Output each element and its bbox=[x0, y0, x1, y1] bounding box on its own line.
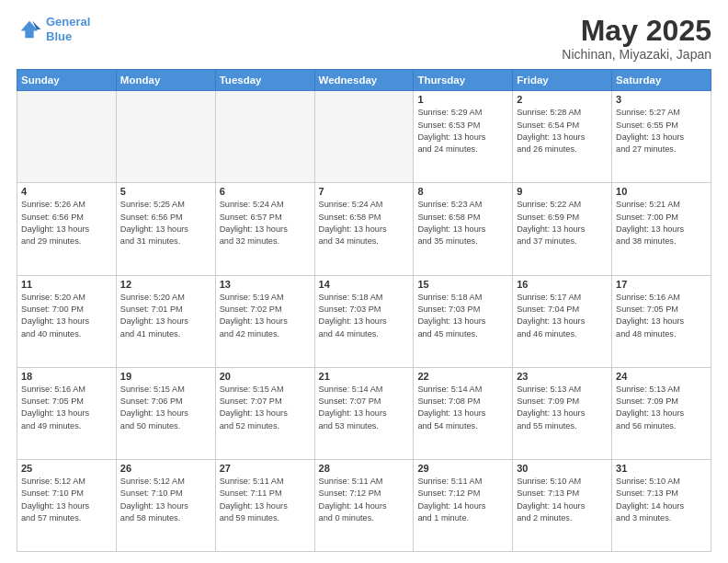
day-info: Sunrise: 5:24 AM Sunset: 6:58 PM Dayligh… bbox=[319, 199, 410, 247]
day-info: Sunrise: 5:15 AM Sunset: 7:06 PM Dayligh… bbox=[120, 384, 211, 432]
day-info: Sunrise: 5:25 AM Sunset: 6:56 PM Dayligh… bbox=[120, 199, 211, 247]
calendar-cell: 15Sunrise: 5:18 AM Sunset: 7:03 PM Dayli… bbox=[414, 275, 513, 367]
calendar-cell: 30Sunrise: 5:10 AM Sunset: 7:13 PM Dayli… bbox=[513, 459, 612, 551]
calendar-cell: 23Sunrise: 5:13 AM Sunset: 7:09 PM Dayli… bbox=[513, 367, 612, 459]
weekday-header-friday: Friday bbox=[513, 70, 612, 91]
day-number: 9 bbox=[517, 186, 608, 197]
weekday-header-monday: Monday bbox=[116, 70, 215, 91]
title-block: May 2025 Nichinan, Miyazaki, Japan bbox=[562, 15, 711, 62]
day-info: Sunrise: 5:10 AM Sunset: 7:13 PM Dayligh… bbox=[616, 476, 707, 524]
day-info: Sunrise: 5:23 AM Sunset: 6:58 PM Dayligh… bbox=[417, 199, 508, 247]
day-number: 13 bbox=[220, 279, 311, 290]
calendar-cell: 1Sunrise: 5:29 AM Sunset: 6:53 PM Daylig… bbox=[414, 91, 513, 183]
week-row-3: 11Sunrise: 5:20 AM Sunset: 7:00 PM Dayli… bbox=[17, 275, 711, 367]
day-number: 12 bbox=[120, 279, 211, 290]
day-info: Sunrise: 5:29 AM Sunset: 6:53 PM Dayligh… bbox=[417, 107, 508, 155]
day-info: Sunrise: 5:15 AM Sunset: 7:07 PM Dayligh… bbox=[220, 384, 311, 432]
calendar-cell: 20Sunrise: 5:15 AM Sunset: 7:07 PM Dayli… bbox=[215, 367, 314, 459]
day-number: 30 bbox=[517, 463, 608, 474]
day-number: 26 bbox=[120, 463, 211, 474]
calendar-cell: 4Sunrise: 5:26 AM Sunset: 6:56 PM Daylig… bbox=[17, 183, 117, 275]
day-number: 15 bbox=[417, 279, 508, 290]
calendar-cell: 28Sunrise: 5:11 AM Sunset: 7:12 PM Dayli… bbox=[314, 459, 414, 551]
day-number: 5 bbox=[120, 186, 211, 197]
week-row-4: 18Sunrise: 5:16 AM Sunset: 7:05 PM Dayli… bbox=[17, 367, 711, 459]
calendar-cell bbox=[215, 91, 314, 183]
day-number: 11 bbox=[21, 279, 112, 290]
header: General Blue May 2025 Nichinan, Miyazaki… bbox=[17, 15, 711, 62]
day-number: 3 bbox=[616, 94, 707, 105]
calendar-cell bbox=[116, 91, 215, 183]
calendar-cell: 7Sunrise: 5:24 AM Sunset: 6:58 PM Daylig… bbox=[314, 183, 414, 275]
day-number: 27 bbox=[220, 463, 311, 474]
day-number: 18 bbox=[21, 371, 112, 382]
calendar-cell: 19Sunrise: 5:15 AM Sunset: 7:06 PM Dayli… bbox=[116, 367, 215, 459]
day-info: Sunrise: 5:28 AM Sunset: 6:54 PM Dayligh… bbox=[517, 107, 608, 155]
calendar-cell: 29Sunrise: 5:11 AM Sunset: 7:12 PM Dayli… bbox=[414, 459, 513, 551]
day-info: Sunrise: 5:16 AM Sunset: 7:05 PM Dayligh… bbox=[21, 384, 112, 432]
day-number: 29 bbox=[417, 463, 508, 474]
calendar-subtitle: Nichinan, Miyazaki, Japan bbox=[562, 47, 711, 62]
day-info: Sunrise: 5:13 AM Sunset: 7:09 PM Dayligh… bbox=[517, 384, 608, 432]
logo-line1: General bbox=[46, 15, 90, 29]
calendar-cell: 10Sunrise: 5:21 AM Sunset: 7:00 PM Dayli… bbox=[612, 183, 711, 275]
day-number: 23 bbox=[517, 371, 608, 382]
logo-line2: Blue bbox=[46, 29, 72, 43]
logo-text: General Blue bbox=[46, 15, 90, 43]
weekday-header-tuesday: Tuesday bbox=[215, 70, 314, 91]
week-row-2: 4Sunrise: 5:26 AM Sunset: 6:56 PM Daylig… bbox=[17, 183, 711, 275]
calendar-cell: 8Sunrise: 5:23 AM Sunset: 6:58 PM Daylig… bbox=[414, 183, 513, 275]
day-info: Sunrise: 5:18 AM Sunset: 7:03 PM Dayligh… bbox=[417, 292, 508, 340]
day-number: 4 bbox=[21, 186, 112, 197]
calendar-cell: 31Sunrise: 5:10 AM Sunset: 7:13 PM Dayli… bbox=[612, 459, 711, 551]
day-number: 8 bbox=[417, 186, 508, 197]
day-info: Sunrise: 5:10 AM Sunset: 7:13 PM Dayligh… bbox=[517, 476, 608, 524]
day-info: Sunrise: 5:13 AM Sunset: 7:09 PM Dayligh… bbox=[616, 384, 707, 432]
day-number: 22 bbox=[417, 371, 508, 382]
calendar-cell: 17Sunrise: 5:16 AM Sunset: 7:05 PM Dayli… bbox=[612, 275, 711, 367]
calendar-cell: 12Sunrise: 5:20 AM Sunset: 7:01 PM Dayli… bbox=[116, 275, 215, 367]
day-number: 24 bbox=[616, 371, 707, 382]
day-info: Sunrise: 5:16 AM Sunset: 7:05 PM Dayligh… bbox=[616, 292, 707, 340]
day-info: Sunrise: 5:11 AM Sunset: 7:12 PM Dayligh… bbox=[319, 476, 410, 524]
calendar-cell: 5Sunrise: 5:25 AM Sunset: 6:56 PM Daylig… bbox=[116, 183, 215, 275]
page: General Blue May 2025 Nichinan, Miyazaki… bbox=[0, 0, 728, 563]
calendar-cell: 11Sunrise: 5:20 AM Sunset: 7:00 PM Dayli… bbox=[17, 275, 117, 367]
calendar-cell: 14Sunrise: 5:18 AM Sunset: 7:03 PM Dayli… bbox=[314, 275, 414, 367]
day-info: Sunrise: 5:19 AM Sunset: 7:02 PM Dayligh… bbox=[220, 292, 311, 340]
day-number: 16 bbox=[517, 279, 608, 290]
calendar-cell: 13Sunrise: 5:19 AM Sunset: 7:02 PM Dayli… bbox=[215, 275, 314, 367]
day-number: 17 bbox=[616, 279, 707, 290]
day-info: Sunrise: 5:17 AM Sunset: 7:04 PM Dayligh… bbox=[517, 292, 608, 340]
day-number: 7 bbox=[319, 186, 410, 197]
weekday-header-sunday: Sunday bbox=[17, 70, 117, 91]
day-info: Sunrise: 5:22 AM Sunset: 6:59 PM Dayligh… bbox=[517, 199, 608, 247]
day-info: Sunrise: 5:20 AM Sunset: 7:00 PM Dayligh… bbox=[21, 292, 112, 340]
day-number: 10 bbox=[616, 186, 707, 197]
day-info: Sunrise: 5:12 AM Sunset: 7:10 PM Dayligh… bbox=[21, 476, 112, 524]
calendar-table: SundayMondayTuesdayWednesdayThursdayFrid… bbox=[17, 69, 711, 552]
day-info: Sunrise: 5:14 AM Sunset: 7:08 PM Dayligh… bbox=[417, 384, 508, 432]
calendar-cell: 3Sunrise: 5:27 AM Sunset: 6:55 PM Daylig… bbox=[612, 91, 711, 183]
day-info: Sunrise: 5:21 AM Sunset: 7:00 PM Dayligh… bbox=[616, 199, 707, 247]
week-row-5: 25Sunrise: 5:12 AM Sunset: 7:10 PM Dayli… bbox=[17, 459, 711, 551]
calendar-cell: 27Sunrise: 5:11 AM Sunset: 7:11 PM Dayli… bbox=[215, 459, 314, 551]
calendar-cell: 25Sunrise: 5:12 AM Sunset: 7:10 PM Dayli… bbox=[17, 459, 117, 551]
day-number: 28 bbox=[319, 463, 410, 474]
calendar-cell: 2Sunrise: 5:28 AM Sunset: 6:54 PM Daylig… bbox=[513, 91, 612, 183]
logo-icon bbox=[17, 17, 42, 42]
day-info: Sunrise: 5:11 AM Sunset: 7:11 PM Dayligh… bbox=[220, 476, 311, 524]
week-row-1: 1Sunrise: 5:29 AM Sunset: 6:53 PM Daylig… bbox=[17, 91, 711, 183]
day-info: Sunrise: 5:20 AM Sunset: 7:01 PM Dayligh… bbox=[120, 292, 211, 340]
calendar-cell: 26Sunrise: 5:12 AM Sunset: 7:10 PM Dayli… bbox=[116, 459, 215, 551]
calendar-cell: 24Sunrise: 5:13 AM Sunset: 7:09 PM Dayli… bbox=[612, 367, 711, 459]
day-info: Sunrise: 5:11 AM Sunset: 7:12 PM Dayligh… bbox=[417, 476, 508, 524]
calendar-cell: 22Sunrise: 5:14 AM Sunset: 7:08 PM Dayli… bbox=[414, 367, 513, 459]
day-info: Sunrise: 5:26 AM Sunset: 6:56 PM Dayligh… bbox=[21, 199, 112, 247]
calendar-title: May 2025 bbox=[562, 15, 711, 47]
day-number: 21 bbox=[319, 371, 410, 382]
weekday-header-row: SundayMondayTuesdayWednesdayThursdayFrid… bbox=[17, 70, 711, 91]
calendar-cell: 9Sunrise: 5:22 AM Sunset: 6:59 PM Daylig… bbox=[513, 183, 612, 275]
day-number: 1 bbox=[417, 94, 508, 105]
weekday-header-thursday: Thursday bbox=[414, 70, 513, 91]
